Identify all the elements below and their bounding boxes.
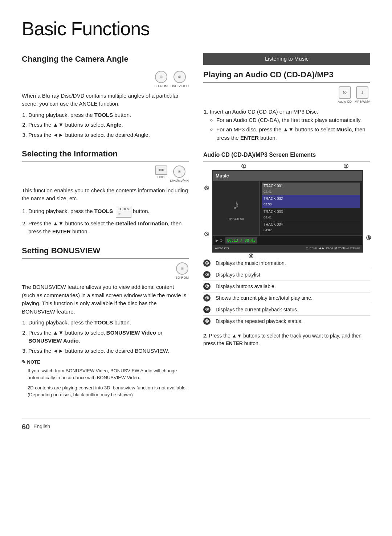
bonusview-steps: During playback, press the TOOLS button.… — [22, 319, 189, 355]
music-screen-header: Music — [213, 171, 362, 181]
right-column: Listening to Music Playing an Audio CD (… — [203, 53, 370, 407]
desc-text-1: Displays the music information. — [216, 259, 286, 267]
audio-cd-icons: ⊙ Audio CD ♪ MP3/WMA — [203, 86, 370, 105]
music-bottom-bar: ▶ ⊙ 00:13 / 00:45 — [213, 236, 362, 245]
cd-symbol: ▶ ⊙ — [216, 238, 222, 243]
desc-row: ① Displays the music information. — [203, 258, 370, 269]
step-item: During playback, press the TOOLS button. — [28, 111, 189, 119]
footer-lang: English — [33, 423, 50, 430]
step-item: Press the ▲▼ buttons to select Angle. — [28, 121, 189, 129]
audio-cd-title: Playing an Audio CD (CD-DA)/MP3 — [203, 69, 370, 83]
select-info-steps: During playback, press the TOOLS TOOLS☞ … — [22, 206, 189, 236]
section-camera-angle: Changing the Camera Angle + BD-ROM ▶ DVD… — [22, 53, 189, 139]
hdd-icon: HDD — [155, 165, 167, 175]
section-select-info-title: Selecting the Information — [22, 148, 189, 162]
select-info-icons: HDD HDD ⊛ DivX/MV/MN — [22, 165, 189, 184]
step-item: Press the ▲▼ buttons to select BONUSVIEW… — [28, 329, 189, 345]
hdd-icon-wrap: HDD HDD — [155, 165, 167, 184]
desc-row: ② Displays the playlist. — [203, 269, 370, 281]
track-item: TRACK 00304:41 — [262, 208, 360, 221]
desc-text-2: Displays the playlist. — [216, 271, 262, 279]
note-line-1: If you switch from BONUSVIEW Video, BONU… — [22, 367, 189, 381]
annotation-1: ① — [241, 162, 246, 171]
track-item: TRACK 00102:41 — [262, 183, 360, 196]
callout-2: ② — [203, 271, 211, 278]
screen-elements-descriptions: ① Displays the music information. ② Disp… — [203, 258, 370, 327]
annotation-4: ④ — [248, 252, 253, 261]
left-column: Changing the Camera Angle + BD-ROM ▶ DVD… — [22, 53, 189, 407]
divx-icon: ⊛ DivX/MV/MN — [170, 165, 189, 184]
callout-4: ④ — [203, 294, 211, 302]
music-screen-left: ♪ TRACK 00 — [213, 181, 260, 236]
screen-elements-section: Audio CD (CD-DA)/MP3 Screen Elements ① ②… — [203, 151, 370, 347]
desc-text-4: Shows the current play time/total play t… — [216, 294, 313, 302]
step-item: Press the ◄► buttons to select the desir… — [28, 131, 189, 139]
bonusview-bdrom-icon: + BD-ROM — [176, 262, 189, 281]
annotation-6: ⑥ — [204, 184, 209, 193]
camera-angle-intro: When a Blu-ray Disc/DVD contains multipl… — [22, 92, 189, 108]
screen-mockup-wrapper: ① ② Music ♪ TRACK 00 TRACK 00102:41 — [212, 170, 363, 253]
audio-cd-steps: Insert an Audio CD (CD-DA) or an MP3 Dis… — [203, 108, 370, 142]
bonusview-icons: + BD-ROM — [22, 262, 189, 281]
music-footer: Audio CD ⊡ Enter ◄► Page ⊠ Tools ↩ Retur… — [213, 245, 362, 252]
note-line-2: 2D contents are playing convert into 3D,… — [22, 384, 189, 398]
step-item: During playback, press the TOOLS button. — [28, 319, 189, 327]
callout-3: ③ — [203, 283, 211, 290]
bullet-item: For an Audio CD (CD-DA), the first track… — [216, 116, 370, 124]
bonusview-note: ✎ NOTE If you switch from BONUSVIEW Vide… — [22, 359, 189, 398]
page-number: 60 — [22, 421, 30, 432]
music-screen-mockup: Music ♪ TRACK 00 TRACK 00102:41 TRACK 00… — [212, 170, 363, 253]
annotation-5: ⑤ — [204, 230, 209, 239]
desc-text-3: Displays buttons available. — [216, 283, 276, 290]
section-select-info: Selecting the Information HDD HDD ⊛ DivX… — [22, 148, 189, 236]
note-title: ✎ NOTE — [22, 359, 189, 366]
track-item: TRACK 00203:58 — [262, 195, 360, 208]
step-item: During playback, press the TOOLS TOOLS☞ … — [28, 206, 189, 218]
music-screen-body: ♪ TRACK 00 TRACK 00102:41 TRACK 00203:58… — [213, 181, 362, 236]
audio-step-2: 2. Press the ▲▼ buttons to select the tr… — [203, 332, 370, 347]
audio-cd-bullets: For an Audio CD (CD-DA), the first track… — [210, 116, 370, 142]
listening-to-music-bar: Listening to Music — [203, 53, 370, 65]
page-footer: 60 English — [22, 418, 370, 432]
annotation-3: ③ — [366, 234, 371, 242]
desc-row: ⑥ Displays the repeated playback status. — [203, 316, 370, 327]
mp3-wma-icon: ♪ MP3/WMA — [355, 86, 370, 105]
callout-1: ① — [203, 259, 211, 267]
time-display: 00:13 / 00:45 — [225, 237, 257, 244]
bonusview-intro: The BONUSVIEW feature allows you to view… — [22, 283, 189, 316]
section-camera-angle-title: Changing the Camera Angle — [22, 53, 189, 67]
annotation-2: ② — [343, 162, 348, 171]
left-track-label: TRACK 00 — [228, 217, 244, 222]
footer-controls: ⊡ Enter ◄► Page ⊠ Tools ↩ Return — [306, 246, 360, 251]
desc-row: ⑤ Displays the current playback status. — [203, 304, 370, 316]
dvd-video-icon: ▶ DVD-VIDEO — [171, 71, 189, 89]
tools-button-icon: TOOLS☞ — [116, 206, 131, 218]
callout-6: ⑥ — [203, 318, 211, 325]
source-label: Audio CD — [215, 246, 229, 251]
callout-5: ⑤ — [203, 306, 211, 313]
bullet-item: For an MP3 disc, press the ▲▼ buttons to… — [216, 126, 370, 142]
audio-cd-icon: ⊙ Audio CD — [338, 86, 352, 105]
desc-text-6: Displays the repeated playback status. — [216, 318, 303, 325]
desc-text-5: Displays the current playback status. — [216, 306, 298, 314]
section-bonusview-title: Setting BONUSVIEW — [22, 245, 189, 259]
track-item: TRACK 00404:02 — [262, 221, 360, 234]
camera-angle-icons: + BD-ROM ▶ DVD-VIDEO — [22, 71, 189, 89]
section-audio-cd: Playing an Audio CD (CD-DA)/MP3 ⊙ Audio … — [203, 69, 370, 142]
select-info-intro: This function enables you to check the c… — [22, 187, 189, 203]
step-item: Press the ▲▼ buttons to select the Detai… — [28, 220, 189, 236]
page-title: Basic Functions — [22, 15, 370, 43]
bd-rom-icon: + BD-ROM — [154, 71, 168, 89]
screen-elements-title: Audio CD (CD-DA)/MP3 Screen Elements — [203, 151, 370, 161]
step-item: Insert an Audio CD (CD-DA) or an MP3 Dis… — [210, 108, 370, 142]
music-screen-title: Music — [216, 172, 229, 180]
desc-row: ③ Displays buttons available. — [203, 281, 370, 292]
music-screen-right: TRACK 00102:41 TRACK 00203:58 TRACK 0030… — [260, 181, 362, 236]
music-note-icon: ♪ — [233, 195, 240, 214]
section-bonusview: Setting BONUSVIEW + BD-ROM The BONUSVIEW… — [22, 245, 189, 398]
desc-row: ④ Shows the current play time/total play… — [203, 292, 370, 304]
camera-angle-steps: During playback, press the TOOLS button.… — [22, 111, 189, 139]
step-item: Press the ◄► buttons to select the desir… — [28, 347, 189, 355]
